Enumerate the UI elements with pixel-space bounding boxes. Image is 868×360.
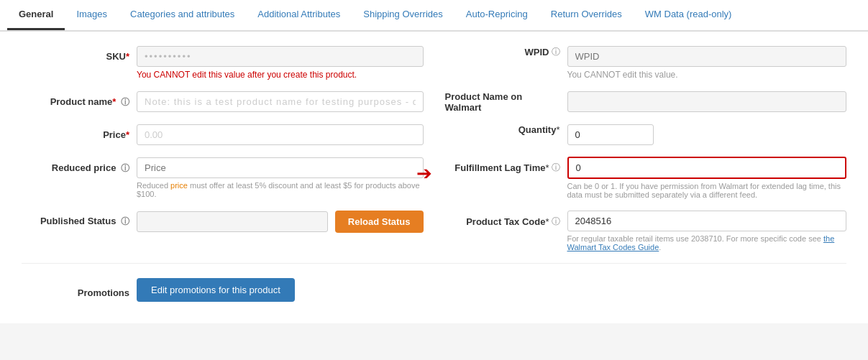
tax-code-input[interactable] [567, 211, 847, 231]
edit-promotions-button[interactable]: Edit promotions for this product [137, 278, 295, 302]
section-divider [22, 263, 846, 264]
tab-returns[interactable]: Return Overrides [539, 0, 634, 30]
fulfillment-lag-hint: Can be 0 or 1. If you have permission fr… [567, 182, 847, 199]
product-name-label: Product name* ⓘ [22, 91, 137, 109]
tab-images[interactable]: Images [65, 0, 119, 30]
price-qty-row: Price* Quantity* [22, 124, 846, 145]
product-name-input[interactable] [137, 91, 424, 112]
product-name-walmart-input[interactable] [567, 91, 847, 112]
tab-wmdata[interactable]: WM Data (read-only) [634, 0, 744, 30]
reload-status-button[interactable]: Reload Status [335, 211, 424, 233]
fulfillment-label: Fulfillment Lag Time [454, 162, 545, 173]
published-status-label: Published Status ⓘ [22, 211, 137, 228]
tab-repricing[interactable]: Auto-Repricing [454, 0, 539, 30]
sku-label: SKU* [22, 46, 137, 62]
wpid-label: WPID [525, 47, 549, 57]
fulfillment-help-icon[interactable]: ⓘ [552, 162, 560, 174]
tab-categories[interactable]: Categories and attributes [119, 0, 246, 30]
promotions-row: Promotions Edit promotions for this prod… [22, 271, 846, 302]
tax-code-label: Product Tax Code [466, 216, 545, 227]
price-label: Price* [22, 124, 137, 140]
reduced-fulfillment-row: Reduced price ⓘ Reduced price must offer… [22, 157, 846, 199]
sku-input[interactable] [137, 46, 424, 67]
product-name-walmart-label: Product Name on Walmart [445, 91, 560, 113]
quantity-label: Quantity [518, 124, 557, 135]
price-input[interactable] [137, 124, 424, 145]
tax-code-hint: For regular taxable retail items use 203… [567, 234, 847, 251]
form-area: SKU* You CANNOT edit this value after yo… [0, 32, 868, 323]
reduced-price-help-icon[interactable]: ⓘ [121, 163, 129, 173]
quantity-input[interactable] [567, 124, 654, 145]
tax-code-help-icon[interactable]: ⓘ [552, 216, 560, 228]
tabs-bar: General Images Categories and attributes… [0, 0, 868, 32]
wpid-hint: You CANNOT edit this value. [567, 70, 847, 80]
published-status-input[interactable] [137, 211, 328, 232]
status-tax-row: Published Status ⓘ Reload Status Product… [22, 211, 846, 251]
tab-additional[interactable]: Additional Attributes [246, 0, 352, 30]
product-name-row: Product name* ⓘ Product Name on Walmart [22, 91, 846, 113]
reduced-price-hint: Reduced price must offer at least 5% dis… [137, 181, 424, 198]
red-arrow-icon: ➔ [416, 162, 432, 185]
tab-shipping[interactable]: Shipping Overrides [352, 0, 454, 30]
tab-general[interactable]: General [7, 0, 65, 30]
sku-hint: You CANNOT edit this value after you cre… [137, 70, 424, 80]
wpid-input[interactable] [567, 46, 847, 67]
fulfillment-lag-input[interactable] [567, 157, 847, 179]
promotions-label: Promotions [22, 282, 137, 298]
sku-wpid-row: SKU* You CANNOT edit this value after yo… [22, 46, 846, 80]
published-status-help-icon[interactable]: ⓘ [121, 216, 129, 226]
wpid-help-icon[interactable]: ⓘ [552, 46, 560, 58]
reduced-price-input[interactable] [137, 157, 424, 178]
reduced-price-label: Reduced price ⓘ [22, 157, 137, 175]
product-name-help-icon[interactable]: ⓘ [121, 97, 129, 107]
